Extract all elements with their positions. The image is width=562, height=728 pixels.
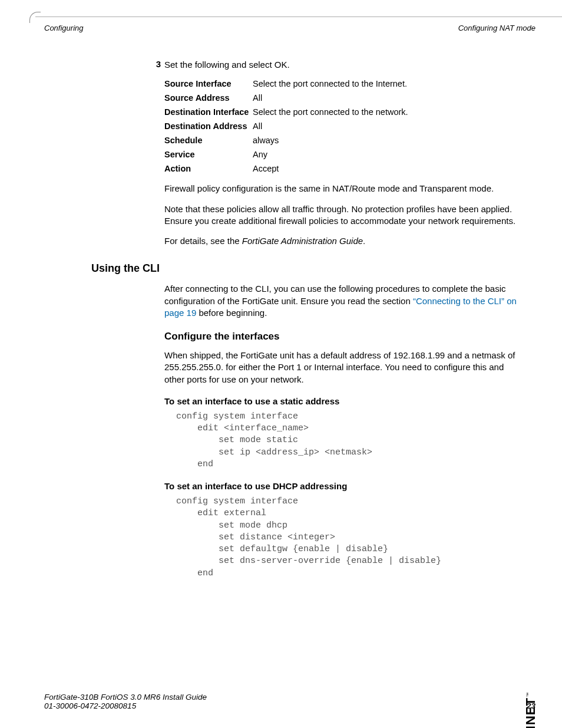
body-paragraph: Firewall policy configuration is the sam…	[164, 183, 521, 195]
body-paragraph: After connecting to the CLI, you can use…	[164, 283, 521, 319]
page-corner-decoration	[29, 12, 41, 23]
param-label: Destination Address	[164, 121, 253, 131]
param-label: Destination Interface	[164, 107, 253, 117]
body-paragraph: For details, see the FortiGate Administr…	[164, 235, 521, 247]
subheading-dhcp-address: To set an interface to use DHCP addressi…	[164, 481, 521, 491]
param-label: Action	[164, 164, 253, 173]
table-row: Source Address All	[164, 93, 521, 103]
param-value: always	[253, 136, 279, 145]
param-value: Select the port connected to the network…	[253, 107, 408, 117]
page-footer: FortiGate-310B FortiOS 3.0 MR6 Install G…	[44, 693, 535, 710]
text-fragment: For details, see the	[164, 236, 242, 246]
code-block-dhcp: config system interface edit external se…	[176, 496, 521, 579]
step-text: Set the following and select OK.	[164, 59, 521, 71]
param-value: Any	[253, 150, 267, 159]
header-left: Configuring	[44, 24, 84, 32]
table-row: Source Interface Select the port connect…	[164, 79, 521, 88]
step-number: 3	[137, 59, 161, 69]
table-row: Destination Interface Select the port co…	[164, 107, 521, 117]
footer-title: FortiGate-310B FortiOS 3.0 MR6 Install G…	[44, 693, 535, 701]
table-row: Destination Address All	[164, 121, 521, 131]
page-number: 23	[527, 701, 535, 710]
text-fragment: .	[363, 236, 365, 246]
page-content: 3 Set the following and select OK. Sourc…	[91, 59, 521, 585]
heading-configure-interfaces: Configure the interfaces	[164, 331, 521, 342]
code-block-static: config system interface edit <interface_…	[176, 411, 521, 470]
heading-using-cli: Using the CLI	[91, 262, 521, 275]
param-value: All	[253, 93, 262, 103]
body-paragraph: Note that these policies allow all traff…	[164, 203, 521, 228]
parameter-table: Source Interface Select the port connect…	[164, 79, 521, 173]
param-value: Select the port connected to the Interne…	[253, 79, 407, 88]
header-rule	[35, 17, 562, 17]
body-paragraph: When shipped, the FortiGate unit has a d…	[164, 350, 521, 386]
table-row: Service Any	[164, 150, 521, 159]
param-value: All	[253, 121, 262, 131]
table-row: Schedule always	[164, 136, 521, 145]
text-fragment: before beginning.	[196, 308, 267, 318]
subheading-static-address: To set an interface to use a static addr…	[164, 396, 521, 406]
param-label: Source Address	[164, 93, 253, 103]
table-row: Action Accept	[164, 164, 521, 173]
param-label: Schedule	[164, 136, 253, 145]
param-label: Source Interface	[164, 79, 253, 88]
emphasis-text: FortiGate Administration Guide	[242, 236, 363, 246]
footer-docid: 01-30006-0472-20080815	[44, 701, 535, 710]
param-value: Accept	[253, 164, 279, 173]
param-label: Service	[164, 150, 253, 159]
header-right: Configuring NAT mode	[458, 24, 535, 32]
